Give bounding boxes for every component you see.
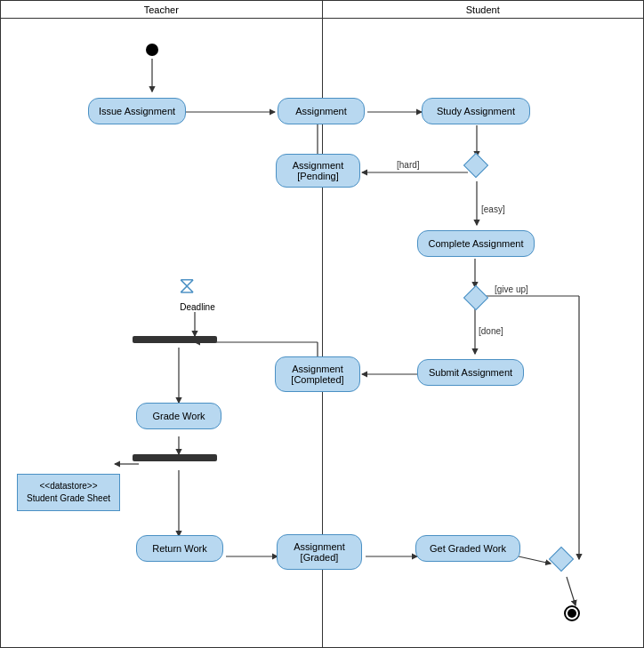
assignment-graded-node: Assignment[Graded] (277, 534, 362, 570)
assignment-node: Assignment (278, 98, 365, 124)
issue-assignment-node: Issue Assignment (88, 98, 186, 124)
final-node (564, 605, 580, 621)
get-graded-work-node: Get Graded Work (415, 535, 520, 562)
hourglass-icon: ⧖ (179, 272, 195, 300)
teacher-lane-header: Teacher (1, 1, 323, 18)
deadline-label: Deadline (171, 300, 224, 314)
student-grade-sheet-node: <<datastore>>Student Grade Sheet (17, 474, 120, 511)
grade-work-node: Grade Work (136, 403, 221, 429)
study-assignment-node: Study Assignment (422, 98, 530, 124)
diagram-body: [hard] [easy] [done] [give up] (1, 19, 643, 647)
initial-node (146, 44, 158, 56)
svg-text:[done]: [done] (479, 326, 503, 336)
diamond2-node (465, 287, 487, 308)
diagram-container: Teacher Student [hard] [easy] [done (0, 0, 644, 648)
complete-assignment-node: Complete Assignment (417, 230, 535, 257)
fork1-node (133, 336, 217, 343)
return-work-node: Return Work (136, 535, 223, 562)
svg-line-25 (519, 556, 551, 564)
assignment-pending-node: Assignment[Pending] (276, 154, 360, 188)
diamond1-node (465, 155, 487, 176)
submit-assignment-node: Submit Assignment (417, 359, 524, 386)
fork2-node (133, 454, 217, 461)
svg-text:[give up]: [give up] (495, 284, 528, 294)
student-lane-header: Student (323, 1, 644, 18)
assignment-completed-node: Assignment[Completed] (275, 356, 360, 392)
swimlane-header: Teacher Student (1, 1, 643, 19)
svg-text:[easy]: [easy] (481, 204, 505, 214)
svg-line-26 (567, 577, 576, 605)
diamond3-node (551, 548, 572, 570)
svg-text:[hard]: [hard] (397, 160, 420, 170)
